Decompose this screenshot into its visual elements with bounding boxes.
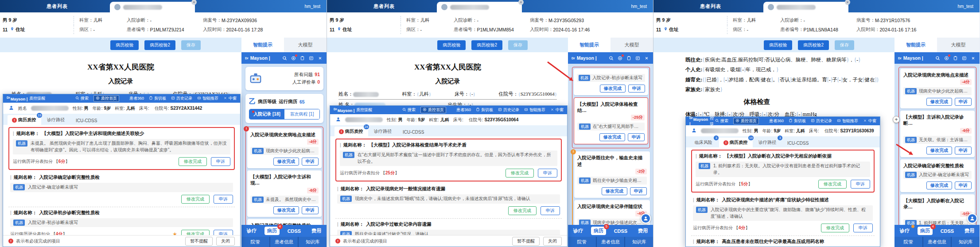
toolbar-item-4[interactable]: 历史记录 <box>811 118 832 124</box>
fix-button[interactable]: 修改完成 <box>506 169 534 178</box>
nav2-item-2[interactable]: 知识库 <box>625 237 653 247</box>
close-button[interactable]: 关闭 <box>216 237 235 246</box>
patient-tab[interactable]: × <box>437 2 522 12</box>
fix-button[interactable]: 修改完成 <box>926 98 952 106</box>
qc-titlebar[interactable]: DrMayson |质控提醒搜索质控首页患者360剪切板历史记录智能推荐中窗 <box>3 94 240 103</box>
tab-llm[interactable]: 大模型 <box>611 38 653 52</box>
toolbar-item-6[interactable]: 中窗 <box>863 118 876 124</box>
search-icon[interactable] <box>282 55 288 61</box>
nav-tab-1[interactable]: 病历4 <box>918 227 933 235</box>
remind-later-button[interactable]: 暂不提醒 <box>512 237 540 246</box>
appeal-button[interactable]: 申诉 <box>955 98 972 106</box>
nav-tab-0[interactable]: 诊疗 <box>897 227 912 235</box>
save-button[interactable]: 保存 <box>181 40 201 50</box>
toolbar-item-0[interactable]: 搜索 <box>402 107 416 113</box>
qc-titlebar[interactable]: DrMayson |质控提醒搜索质控首页患者360剪切板历史记录智能推荐中窗 <box>686 117 880 125</box>
qc-home-icon[interactable] <box>617 55 623 61</box>
qc-home-icon[interactable] <box>944 55 949 61</box>
appeal-button[interactable]: 申诉 <box>541 206 560 215</box>
appeal-button[interactable]: 申诉 <box>538 169 557 178</box>
appeal-button[interactable]: 申诉 <box>214 195 233 204</box>
appeal-button[interactable]: 申诉 <box>628 85 645 93</box>
appeal-button[interactable]: 申诉 <box>628 133 645 141</box>
issue-card[interactable]: 【大模型】入院记录体格检查结…-25分机器在“右大腿可见局部手术瘢…修改完成申诉 <box>574 97 648 144</box>
issue-card[interactable]: 【大模型】入院诊断在入院记录…-5分机器1. 前列腺术后：无关联。…修改完成申诉 <box>900 194 975 225</box>
toolbar-item-2[interactable]: 患者360 <box>451 107 471 113</box>
doc-type-tab-0[interactable]: 入院记录 [18] <box>249 109 284 119</box>
plus-button[interactable]: + <box>893 116 900 123</box>
close-icon[interactable]: × <box>518 0 524 5</box>
qc-tab-1[interactable]: 诊疗路径 <box>43 115 70 125</box>
qc-titlebar[interactable]: DrMayson |质控提醒搜索质控首页患者360剪切板历史记录智能推荐中窗 <box>330 106 567 114</box>
nav-tab-1[interactable]: 病历4 <box>264 227 280 235</box>
fix-button[interactable]: 修改完成 <box>181 230 210 235</box>
patient-tab[interactable]: × <box>763 2 848 12</box>
patient-tab[interactable]: × <box>110 2 195 12</box>
nav-tab-3[interactable]: 费用 <box>962 227 977 235</box>
nav-tab-2[interactable]: CDSS <box>611 228 630 235</box>
toolbar-item-6[interactable]: 中窗 <box>550 107 564 113</box>
issue-card[interactable]: 入院记录现病史发病地点未描述-4分机器现病史中缺少此次起病的…修改完成申诉 <box>900 69 975 108</box>
nav-tab-0[interactable]: 诊疗 <box>244 227 259 235</box>
clipboard-icon[interactable] <box>299 55 305 61</box>
toolbar-item-3[interactable]: 剪切板 <box>476 107 493 113</box>
tab-smart-tips[interactable]: 智能提示 <box>894 38 937 52</box>
toolbar-item-3[interactable]: 剪切板 <box>149 96 166 101</box>
verify2-button[interactable]: 病历校验2 <box>144 40 175 50</box>
close-icon[interactable]: × <box>845 0 850 5</box>
issue-card[interactable]: 入院记录确定诊断完整性质检机器入院记录-确定诊断未填写修改完成申诉 <box>900 159 975 192</box>
remind-later-button[interactable]: 暂不提醒 <box>185 237 213 246</box>
close-icon[interactable] <box>644 55 649 61</box>
close-button[interactable]: 关闭 <box>543 237 562 246</box>
appeal-button[interactable]: 申诉 <box>955 181 972 189</box>
nav2-item-0[interactable]: 院管 <box>568 237 596 247</box>
fix-button[interactable]: 修改完成 <box>599 133 625 141</box>
fix-button[interactable]: 修改完成 <box>600 85 626 93</box>
nav-tab-1[interactable]: 病历5 <box>591 227 606 235</box>
appeal-button[interactable]: 申诉 <box>214 230 233 235</box>
fix-button[interactable]: 修改完成 <box>508 206 537 215</box>
verify-button[interactable]: 病历校验 <box>437 40 466 50</box>
toolbar-item-1[interactable]: 质控首页 <box>733 118 759 124</box>
fix-button[interactable]: 修改完成 <box>926 147 952 154</box>
nav-tab-0[interactable]: 诊疗 <box>571 227 586 235</box>
tab-llm[interactable]: 大模型 <box>937 38 980 52</box>
toolbar-item-0[interactable]: 搜索 <box>715 118 728 124</box>
qc-tab-0[interactable]: !病历质控24 <box>334 127 368 136</box>
fix-button[interactable]: 修改完成 <box>818 180 847 189</box>
verify2-button[interactable]: 病历校验2 <box>798 40 829 50</box>
fix-button[interactable]: 修改完成 <box>179 157 207 166</box>
toolbar-item-2[interactable]: 患者360 <box>764 118 784 124</box>
history-icon[interactable] <box>961 55 967 61</box>
verify-button[interactable]: 病历校验 <box>110 40 139 50</box>
qc-tab-0[interactable]: !病历质控19 <box>8 115 41 125</box>
fix-button[interactable]: 修改完成 <box>181 195 210 204</box>
qc-tab-2[interactable]: 诊疗路径3 <box>754 138 782 147</box>
qc-tab-2[interactable]: ICU-CDSS <box>398 128 429 136</box>
appeal-button[interactable]: 申诉 <box>955 147 972 154</box>
appeal-button[interactable]: 申诉 <box>630 187 647 195</box>
save-button[interactable]: 保存 <box>508 40 528 50</box>
nav-tab-2[interactable]: CDSS <box>938 228 957 235</box>
appeal-button[interactable]: 申诉 <box>853 224 873 232</box>
qc-tab-3[interactable]: ICU-CDSS <box>783 139 814 147</box>
toolbar-item-4[interactable]: 历史记录 <box>498 107 519 113</box>
history-icon[interactable] <box>635 55 641 61</box>
history-icon[interactable] <box>308 55 314 61</box>
issue-card[interactable]: 入院记录现病史未记录伴随症状-4分机器现病史中缺少描述此次发…修改完成申诉 <box>574 200 650 225</box>
toolbar-item-1[interactable]: 质控首页 <box>93 95 119 102</box>
nav2-item-1[interactable]: 患者信息 <box>923 237 951 247</box>
nav2-item-0[interactable]: 院管 <box>894 237 922 247</box>
appeal-button[interactable]: 申诉 <box>302 206 319 214</box>
appeal-button[interactable]: 申诉 <box>302 158 319 166</box>
issue-card[interactable]: 入院记录确定诊断完整性质检机器入院记录-确定诊断未填写修改完成申诉 <box>247 219 322 225</box>
qc-tab-2[interactable]: ICU-CDSS <box>71 116 102 125</box>
toolbar-item-6[interactable]: 中窗 <box>223 96 237 101</box>
toolbar-item-3[interactable]: 剪切板 <box>789 118 806 124</box>
verify2-button[interactable]: 病历校验2 <box>471 40 502 50</box>
nav-tab-2[interactable]: CDSS <box>285 228 304 235</box>
fix-button[interactable]: 修改完成 <box>821 224 849 232</box>
nav-tab-3[interactable]: 费用 <box>309 227 324 235</box>
toolbar-item-0[interactable]: 搜索 <box>75 96 89 101</box>
clipboard-icon[interactable] <box>953 55 958 61</box>
